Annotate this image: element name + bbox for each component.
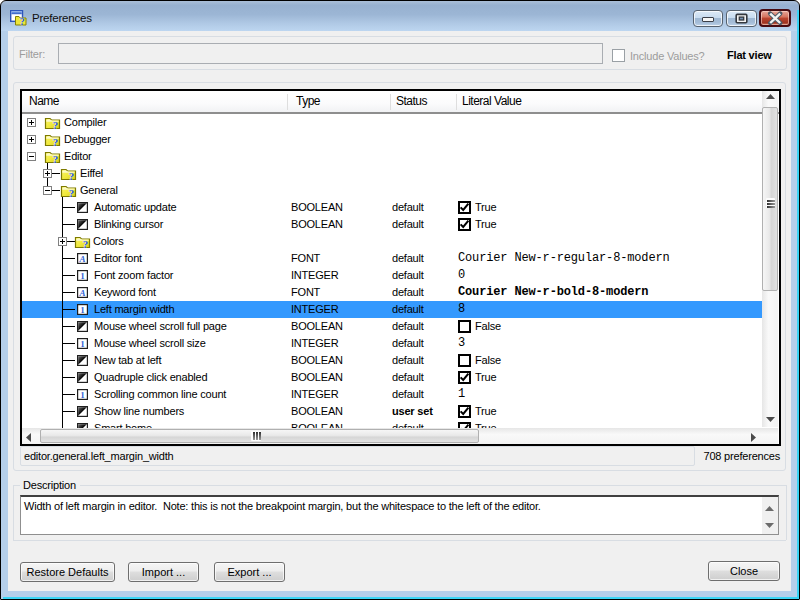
svg-text:A: A (79, 288, 86, 298)
svg-text:?: ? (83, 238, 89, 249)
svg-text:?: ? (53, 153, 59, 164)
svg-text:1: 1 (80, 305, 85, 315)
svg-text:A: A (79, 254, 86, 264)
svg-text:?: ? (53, 136, 59, 147)
svg-text:?: ? (20, 16, 25, 26)
svg-text:?: ? (69, 187, 75, 198)
svg-text:1: 1 (80, 390, 85, 400)
svg-text:?: ? (69, 170, 75, 181)
svg-text:1: 1 (80, 339, 85, 349)
svg-text:1: 1 (80, 271, 85, 281)
svg-text:?: ? (53, 119, 59, 130)
